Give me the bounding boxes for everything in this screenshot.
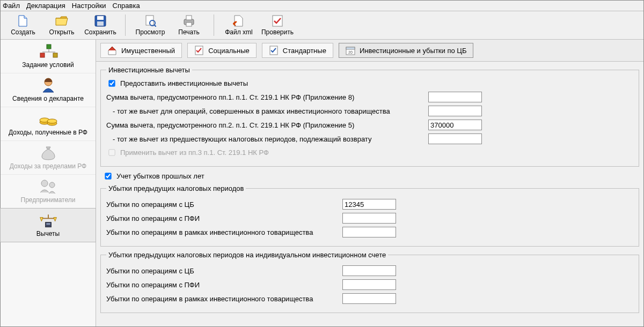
legend-investment: Инвестиционные вычеты <box>106 66 192 74</box>
open-folder-icon <box>55 14 68 27</box>
app-window: Файл Декларация Настройки Справка Создат… <box>0 0 644 327</box>
lbl-losses2-3: Убытки по операциям в рамках инвестицион… <box>106 295 342 303</box>
row-losses2-1: Убытки по операциям с ЦБ <box>106 265 633 276</box>
chk-apply3 <box>108 149 115 155</box>
chk-provide-invest[interactable] <box>108 80 115 86</box>
tb-print[interactable]: Печать <box>170 13 208 37</box>
input-losses2-2[interactable] <box>342 279 396 290</box>
money-bag-icon <box>39 144 58 161</box>
lbl-losses1-2: Убытки по операциям с ПФИ <box>106 214 342 222</box>
left-nav: Задание условий Сведения о декларанте До… <box>1 40 96 326</box>
tb-open[interactable]: Открыть <box>42 13 81 37</box>
row-losses2-3: Убытки по операциям в рамках инвестицион… <box>106 293 633 304</box>
deductions-icon <box>39 212 58 229</box>
menu-declaration[interactable]: Декларация <box>26 2 65 10</box>
svg-rect-29 <box>346 47 355 49</box>
content-area: Инвестиционные вычеты Предоставить инвес… <box>96 62 643 326</box>
input-losses1-1[interactable] <box>342 199 396 210</box>
lbl-invest-2: - тот же вычет для операций, совершенных… <box>106 107 428 115</box>
svg-point-21 <box>49 182 55 188</box>
lbl-invest-1: Сумма вычета, предусмотренного пп.1. п.1… <box>106 93 428 101</box>
nav-income-rf[interactable]: Доходы, полученные в РФ <box>1 107 96 141</box>
row-losses1-1: Убытки по операциям с ЦБ <box>106 199 633 210</box>
nav-income-abroad-label: Доходы за пределами РФ <box>10 162 86 170</box>
legend-losses2: Убытки предыдущих налоговых периодов на … <box>106 251 388 259</box>
svg-point-19 <box>47 119 57 123</box>
menu-help[interactable]: Справка <box>113 2 140 10</box>
input-losses2-1[interactable] <box>342 265 396 276</box>
verify-icon <box>271 14 284 27</box>
print-icon <box>182 14 195 27</box>
svg-rect-10 <box>47 44 51 49</box>
house-icon <box>107 46 117 55</box>
nav-conditions[interactable]: Задание условий <box>1 40 96 73</box>
svg-rect-13 <box>40 53 45 57</box>
row-losses1-2: Убытки по операциям с ПФИ <box>106 213 633 224</box>
nav-income-rf-label: Доходы, полученные в РФ <box>9 129 87 136</box>
person-icon <box>39 77 58 94</box>
main-area: Задание условий Сведения о декларанте До… <box>1 40 643 326</box>
lbl-losses1-1: Убытки по операциям с ЦБ <box>106 200 342 209</box>
tab-property[interactable]: Имущественный <box>100 43 182 58</box>
tb-verify-label: Проверить <box>261 28 294 36</box>
nav-entrepreneurs[interactable]: Предприниматели <box>1 175 96 209</box>
input-invest-2[interactable] <box>428 106 482 116</box>
nav-declarant-label: Сведения о декларанте <box>12 95 84 102</box>
chk-provide-row: Предоставить инвестиционные вычеты <box>106 78 633 88</box>
toolbar-separator <box>125 14 126 36</box>
tb-save-label: Сохранить <box>84 28 116 36</box>
lbl-invest-3: Сумма вычета, предусмотренного пп.2. п.1… <box>106 121 428 129</box>
svg-rect-8 <box>186 23 192 26</box>
svg-rect-24 <box>45 222 51 227</box>
tabs-row: Имущественный Социальные Стандартные <box>96 40 643 62</box>
tb-create-label: Создать <box>11 28 35 36</box>
right-panel: Имущественный Социальные Стандартные <box>96 40 643 326</box>
tb-save[interactable]: Сохранить <box>81 13 120 37</box>
input-losses1-2[interactable] <box>342 213 396 224</box>
conditions-icon <box>39 43 58 60</box>
tab-investment[interactable]: 20 Инвестиционные и убытки по ЦБ <box>339 43 474 58</box>
toolbar: Создать Открыть Сохранить Просмотр Печа <box>1 11 643 40</box>
input-invest-3[interactable] <box>428 120 482 130</box>
tb-verify[interactable]: Проверить <box>258 13 297 37</box>
tab-social[interactable]: Социальные <box>187 43 257 58</box>
svg-point-20 <box>41 180 48 187</box>
input-losses2-3[interactable] <box>342 293 396 304</box>
tb-filexml-label: Файл xml <box>225 28 253 36</box>
row-losses1-3: Убытки по операциям в рамках инвестицион… <box>106 227 633 237</box>
input-invest-1[interactable] <box>428 92 482 102</box>
chk-apply3-label: Применить вычет из пп.3 п.1. Ст. 219.1 Н… <box>120 148 269 157</box>
menu-file[interactable]: Файл <box>3 2 20 10</box>
input-losses1-3[interactable] <box>342 227 396 237</box>
nav-declarant[interactable]: Сведения о декларанте <box>1 73 96 107</box>
lbl-losses2-2: Убытки по операциям с ПФИ <box>106 281 342 289</box>
tb-preview-label: Просмотр <box>136 28 165 36</box>
svg-rect-25 <box>46 223 50 225</box>
fieldset-investment-deductions: Инвестиционные вычеты Предоставить инвес… <box>100 66 639 167</box>
tb-preview[interactable]: Просмотр <box>131 13 170 37</box>
preview-icon <box>144 14 157 27</box>
chk-prev-losses[interactable] <box>105 173 111 179</box>
svg-line-5 <box>154 25 156 27</box>
legend-losses1: Убытки предыдущих налоговых периодов <box>106 184 246 192</box>
nav-deductions[interactable]: Вычеты <box>0 208 96 242</box>
tb-create[interactable]: Создать <box>4 13 42 37</box>
svg-rect-1 <box>97 16 104 20</box>
tab-standard-label: Стандартные <box>283 47 326 55</box>
tab-social-label: Социальные <box>208 47 250 55</box>
check-doc-icon <box>194 46 204 55</box>
nav-deductions-label: Вычеты <box>36 230 60 237</box>
row-invest-3: Сумма вычета, предусмотренного пп.2. п.1… <box>106 120 633 130</box>
tb-filexml[interactable]: Файл xml <box>219 13 258 37</box>
nav-income-abroad[interactable]: Доходы за пределами РФ <box>1 141 96 175</box>
menu-settings[interactable]: Настройки <box>72 2 106 10</box>
check-doc-blue-icon <box>269 46 279 55</box>
input-invest-4[interactable] <box>428 133 482 144</box>
fieldset-losses-prev: Убытки предыдущих налоговых периодов Убы… <box>100 184 639 247</box>
chk-prev-losses-row: Учет убытков прошлых лет <box>103 171 639 181</box>
chk-provide-label: Предоставить инвестиционные вычеты <box>120 79 248 87</box>
xml-file-icon <box>232 14 245 27</box>
lbl-invest-4: - тот же вычет из предшествующих налогов… <box>106 135 428 143</box>
tab-standard[interactable]: Стандартные <box>262 43 333 58</box>
chk-apply3-row: Применить вычет из пп.3 п.1. Ст. 219.1 Н… <box>106 147 633 158</box>
